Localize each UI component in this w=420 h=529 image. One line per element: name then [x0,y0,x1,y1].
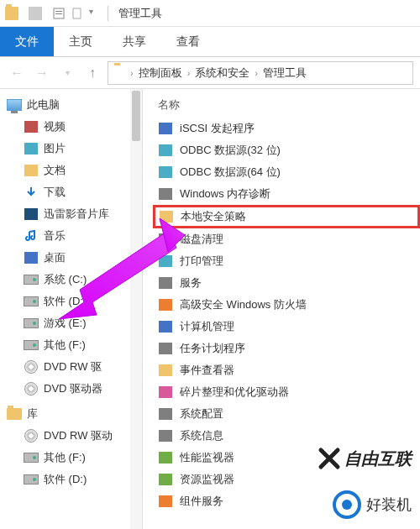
sidebar-scrollbar[interactable] [130,89,142,529]
shortcut-icon [158,186,173,202]
breadcrumb-item[interactable]: 系统和安全 [192,65,253,81]
item-icon [24,472,39,487]
folder-icon[interactable] [5,7,18,20]
forward-button[interactable]: → [32,63,52,83]
sidebar-item[interactable]: 其他 (F:) [7,334,142,356]
sidebar-item[interactable]: DVD 驱动器 [7,378,142,400]
tab-share[interactable]: 共享 [108,27,161,56]
sidebar-item[interactable]: 其他 (F:) [7,447,142,469]
shortcut-icon [158,254,173,269]
tree-label: 音乐 [44,228,66,244]
tree-libraries[interactable]: 库 [7,403,142,425]
back-button[interactable]: ← [7,63,27,83]
file-label: 性能监视器 [180,450,234,465]
watermark-text: 好装机 [366,495,412,515]
svg-rect-3 [73,8,81,18]
tree-label: 下载 [44,185,66,200]
recent-dropdown[interactable]: ▾ [57,63,77,83]
breadcrumb-bar[interactable]: › 控制面板 › 系统和安全 › 管理工具 [108,61,413,85]
sidebar-item[interactable]: 图片 [7,138,142,160]
shortcut-icon [158,319,173,334]
breadcrumb-item[interactable]: 管理工具 [260,65,310,81]
file-item[interactable]: 计算机管理 [153,316,420,338]
shortcut-icon [158,341,173,356]
item-icon [24,228,39,244]
file-item[interactable]: 高级安全 Windows 防火墙 [153,294,420,316]
breadcrumb-item[interactable]: 控制面板 [135,65,186,81]
sidebar-item[interactable]: 下载 [7,181,142,203]
tree-label: DVD RW 驱动 [44,428,113,443]
item-icon [24,141,39,156]
folder-icon [7,406,22,422]
tree-label: DVD 驱动器 [44,381,102,396]
tab-file[interactable]: 文件 [0,27,54,56]
tree-label: 软件 (D:) [44,472,87,487]
sidebar-item[interactable]: DVD RW 驱动 [7,425,142,447]
quick-access-toolbar: ▾ [5,7,102,20]
qat-dropdown-icon[interactable]: ▾ [89,7,102,20]
sidebar-item[interactable]: 游戏 (E:) [7,312,142,334]
tab-label: 文件 [15,34,39,50]
file-label: 资源监视器 [180,472,234,487]
file-label: iSCSI 发起程序 [180,121,255,136]
sidebar-item[interactable]: 软件 (D:) [7,291,142,312]
sidebar-item[interactable]: 软件 (D:) [7,469,142,490]
tab-label: 主页 [69,34,92,50]
file-item[interactable]: 系统信息 [153,425,420,447]
up-button[interactable]: ↑ [82,63,102,83]
shortcut-icon [158,275,173,291]
shortcut-icon [158,121,173,136]
tab-home[interactable]: 主页 [54,27,108,56]
file-item[interactable]: Windows 内存诊断 [153,183,420,205]
svg-rect-2 [55,13,62,14]
file-item[interactable]: 服务 [153,272,420,294]
file-label: 本地安全策略 [181,209,246,224]
column-header-name[interactable]: 名称 [153,94,420,118]
file-label: 磁盘清理 [180,232,223,247]
item-icon [24,119,39,134]
sidebar-item[interactable]: 文档 [7,160,142,181]
shortcut-icon [158,297,173,312]
tree-label: 视频 [44,119,66,134]
tree-label: 游戏 (E:) [44,316,87,331]
sidebar-item[interactable]: 系统 (C:) [7,269,142,291]
file-label: ODBC 数据源(64 位) [180,165,281,180]
item-icon [24,207,39,222]
tree-label: 文档 [44,163,66,178]
sidebar-item[interactable]: 桌面 [7,247,142,269]
window-title: 管理工具 [118,6,162,21]
tree-label: 软件 (D:) [44,294,87,309]
file-item[interactable]: 碎片整理和优化驱动器 [153,381,420,403]
tree-label: 系统 (C:) [44,272,87,287]
tree-this-pc[interactable]: 此电脑 [7,94,142,116]
file-item[interactable]: ODBC 数据源(64 位) [153,161,420,183]
file-item[interactable]: ODBC 数据源(32 位) [153,139,420,161]
sidebar-item[interactable]: 迅雷影音片库 [7,203,142,225]
file-label: 系统信息 [180,428,223,443]
sidebar-item[interactable]: DVD RW 驱 [7,356,142,378]
qat-divider [29,7,42,20]
file-item[interactable]: iSCSI 发起程序 [153,118,420,139]
chevron-right-icon: › [130,68,134,78]
shortcut-icon [158,406,173,422]
document-icon[interactable] [71,7,84,20]
file-label: 组件服务 [180,494,223,509]
file-item[interactable]: 任务计划程序 [153,338,420,359]
file-item[interactable]: 资源监视器 [153,469,420,490]
properties-icon[interactable] [52,7,66,20]
item-icon [24,250,39,265]
tree-label: DVD RW 驱 [44,359,102,374]
file-item[interactable]: 事件查看器 [153,359,420,381]
file-item-local-security-policy[interactable]: 本地安全策略 [153,205,420,228]
sidebar-item[interactable]: 视频 [7,116,142,138]
shortcut-icon [159,209,174,224]
sidebar-item[interactable]: 音乐 [7,225,142,247]
tab-view[interactable]: 查看 [161,27,215,56]
file-item[interactable]: 打印管理 [153,250,420,272]
file-label: ODBC 数据源(32 位) [180,143,281,158]
shortcut-icon [158,165,173,180]
x-logo-icon [318,447,341,470]
file-item[interactable]: 系统配置 [153,403,420,425]
file-item[interactable]: 磁盘清理 [153,228,420,250]
address-bar: ← → ▾ ↑ › 控制面板 › 系统和安全 › 管理工具 [0,57,420,89]
